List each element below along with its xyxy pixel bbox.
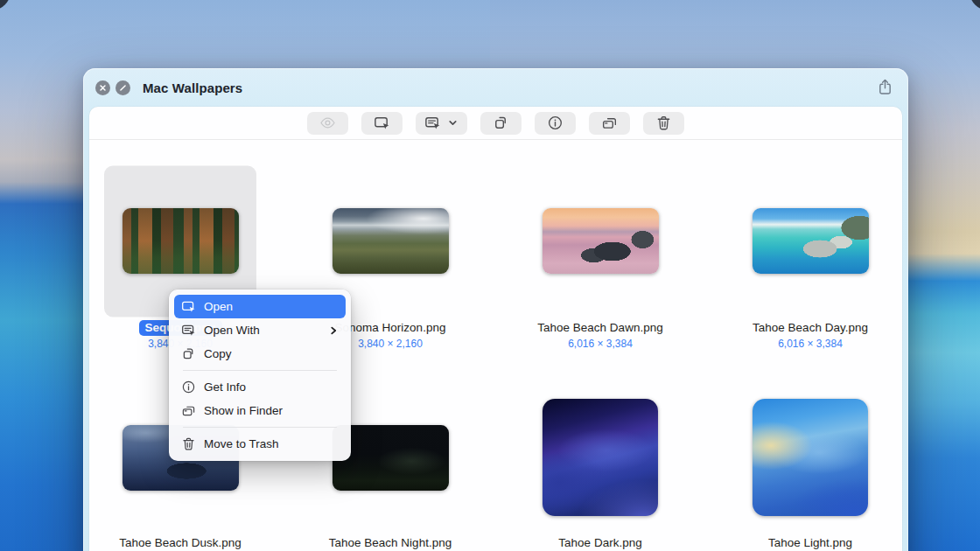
file-name: Tahoe Beach Dusk.png — [119, 534, 242, 551]
open-icon — [374, 115, 390, 131]
grid-item-dawn[interactable]: Tahoe Beach Dawn.png 6,016 × 3,384 — [495, 165, 705, 351]
wallpaper-thumbnail[interactable] — [332, 208, 449, 274]
menu-item-open[interactable]: Open — [174, 295, 346, 318]
menu-divider — [183, 427, 337, 428]
titlebar: Mac Wallpapers — [83, 68, 908, 107]
file-name: Tahoe Beach Day.png — [752, 319, 868, 336]
share-button[interactable] — [873, 77, 896, 100]
toolbar-open-with-button[interactable] — [416, 112, 467, 135]
toolbar-get-info-button[interactable] — [535, 112, 576, 135]
file-dimensions: 6,016 × 3,384 — [778, 338, 843, 351]
chevron-right-icon — [328, 325, 339, 336]
thumbnail-area — [495, 165, 705, 317]
grid-item-day[interactable]: Tahoe Beach Day.png 6,016 × 3,384 — [705, 165, 902, 351]
menu-item-copy[interactable]: Copy — [174, 342, 346, 366]
eye-icon — [319, 115, 336, 131]
close-icon — [98, 83, 108, 93]
wallpaper-thumbnail[interactable] — [752, 208, 869, 274]
menu-item-label: Get Info — [204, 380, 339, 394]
toolbar-preview-button[interactable] — [307, 112, 348, 135]
close-button[interactable] — [95, 80, 110, 95]
toolbar-show-in-finder-button[interactable] — [589, 112, 630, 135]
menu-item-get-info[interactable]: Get Info — [174, 375, 346, 399]
prohibit-button[interactable] — [116, 80, 130, 95]
context-menu: Open Open With Copy Get Info Show in Fin… — [169, 289, 351, 461]
file-dimensions: 6,016 × 3,384 — [568, 338, 633, 351]
chevron-down-icon — [447, 117, 458, 129]
wallpaper-thumbnail[interactable] — [752, 399, 868, 516]
thumbnail-area — [495, 399, 705, 516]
file-name: Sonoma Horizon.png — [335, 319, 446, 336]
toolbar — [89, 107, 902, 140]
wallpaper-thumbnail[interactable] — [542, 399, 658, 516]
prohibit-icon — [118, 83, 128, 93]
menu-item-label: Open With — [204, 324, 320, 337]
wallpaper-thumbnail[interactable] — [122, 208, 239, 274]
file-dimensions: 3,840 × 2,160 — [358, 338, 423, 351]
file-name: Tahoe Beach Dawn.png — [537, 319, 662, 336]
thumbnail-area — [705, 165, 902, 317]
menu-item-label: Open — [204, 300, 339, 313]
info-icon — [547, 115, 564, 131]
toolbar-trash-button[interactable] — [643, 112, 684, 135]
menu-item-show-in-finder[interactable]: Show in Finder — [174, 399, 346, 422]
share-icon — [876, 78, 894, 99]
open-icon — [181, 299, 196, 314]
wallpaper-thumbnail[interactable] — [542, 208, 659, 274]
menu-item-label: Copy — [204, 347, 339, 360]
menu-item-label: Show in Finder — [204, 404, 339, 417]
grid-item-light[interactable]: Tahoe Light.png — [705, 399, 902, 551]
toolbar-open-button[interactable] — [361, 112, 402, 135]
grid-item-dark[interactable]: Tahoe Dark.png — [495, 399, 705, 551]
info-icon — [181, 380, 196, 394]
open-with-icon — [181, 323, 196, 338]
copy-icon — [181, 346, 196, 361]
file-name: Tahoe Dark.png — [558, 534, 641, 551]
toolbar-copy-button[interactable] — [480, 112, 522, 135]
menu-item-label: Move to Trash — [204, 437, 339, 450]
menu-divider — [183, 370, 337, 371]
screen: Mac Wallpapers — [0, 0, 980, 551]
windows-icon — [181, 403, 196, 418]
menu-item-move-to-trash[interactable]: Move to Trash — [174, 432, 346, 456]
thumbnail-area — [705, 399, 902, 516]
window-title: Mac Wallpapers — [143, 80, 242, 95]
copy-icon — [493, 115, 509, 131]
trash-icon — [655, 115, 672, 131]
trash-icon — [181, 436, 196, 451]
open-with-icon — [424, 115, 441, 131]
file-name: Tahoe Beach Night.png — [329, 534, 452, 551]
windows-icon — [601, 115, 618, 131]
file-name: Tahoe Light.png — [768, 534, 852, 551]
menu-item-open-with[interactable]: Open With — [174, 318, 346, 342]
